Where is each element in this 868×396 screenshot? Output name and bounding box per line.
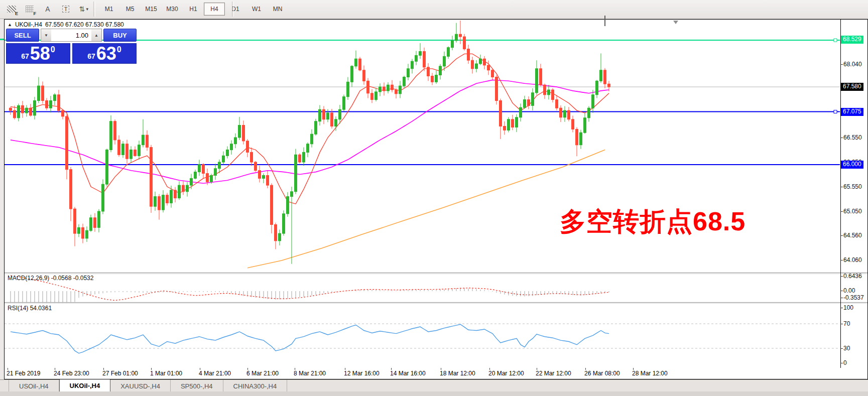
time-axis-label: 12 Mar 16:00: [344, 370, 380, 377]
time-axis-label: 6 Mar 21:00: [246, 370, 279, 377]
sell-button[interactable]: SELL: [6, 29, 39, 42]
status-strip: [0, 391, 868, 396]
volume-decrease-button[interactable]: ▼: [41, 29, 51, 41]
text-cursor: [604, 16, 605, 26]
price-axis-line: [840, 20, 841, 368]
price-tick-label: 66.550: [843, 134, 862, 141]
chart-title: ▲ UKOil-,H4 67.550 67.620 67.530 67.580: [8, 21, 124, 28]
time-axis-label: 22 Mar 12:00: [536, 370, 571, 377]
volume-stepper: ▼ 1.00 ▲: [41, 29, 102, 42]
one-click-trading-panel: SELL ▼ 1.00 ▲ BUY 67580 67630: [6, 29, 137, 64]
buy-price-pip: 0: [117, 45, 121, 54]
timeframe-button-m5[interactable]: M5: [119, 3, 141, 16]
timeframe-button-m1[interactable]: M1: [98, 3, 119, 16]
toolbar-icon-group: E F A T ⇅▾: [5, 2, 90, 16]
macd-axis-label: 0.6436: [843, 273, 862, 280]
sell-price-major: 67: [21, 52, 29, 60]
rsi-axis-label: 70: [843, 320, 850, 327]
time-axis-label: 24 Feb 23:00: [54, 370, 89, 377]
macd-indicator-label: MACD(12,26,9) -0.0568 -0.0532: [8, 275, 93, 282]
volume-increase-button[interactable]: ▲: [91, 29, 101, 41]
sell-price-digits: 58: [30, 45, 50, 62]
arrows-icon[interactable]: ⇅▾: [77, 3, 90, 16]
timeframe-button-row: M1M5M15M30H1H4D1W1MN: [98, 3, 288, 16]
trendline-left-handle: [0, 39, 4, 40]
time-axis-label: 26 Mar 08:00: [584, 370, 620, 377]
sell-price-display[interactable]: 67580: [6, 43, 70, 64]
price-line-label: 68.529: [841, 36, 863, 44]
price-tick-label: 65.050: [843, 208, 862, 215]
symbol-tab-bar: USOil-,H4UKOil-,H4XAUUSD-,H4SP500-,H4CHI…: [0, 379, 868, 392]
timeframe-button-mn[interactable]: MN: [267, 3, 288, 16]
axis-tick: [840, 64, 843, 65]
time-axis-label: 4 Mar 21:00: [199, 370, 231, 377]
timeframe-button-h4[interactable]: H4: [204, 3, 225, 16]
macd-axis-label: 0.00: [843, 287, 855, 294]
axis-tick: [840, 324, 843, 324]
timeframe-button-h1[interactable]: H1: [183, 3, 204, 16]
timeframe-button-d1[interactable]: D1: [225, 3, 246, 16]
axis-tick: [840, 291, 843, 291]
axis-tick: [840, 308, 843, 308]
grid-icon[interactable]: F: [23, 3, 36, 16]
tab-stub: [0, 380, 9, 392]
ohlc-values: 67.550 67.620 67.530 67.580: [45, 21, 124, 28]
time-axis-label: 8 Mar 21:00: [294, 370, 326, 377]
axis-tick: [840, 211, 843, 212]
timeframe-button-m15[interactable]: M15: [141, 3, 162, 16]
axis-tick: [840, 260, 843, 260]
collapse-arrow-icon[interactable]: ▲: [8, 22, 12, 27]
axis-tick: [840, 187, 843, 187]
macd-axis-label: -0.3537: [843, 294, 864, 301]
symbol-period-label: UKOil-,H4: [15, 21, 42, 28]
buy-price-major: 67: [87, 52, 95, 60]
price-line-label: 67.075: [841, 108, 863, 116]
price-tick-label: 64.060: [843, 256, 862, 263]
rsi-axis-label: 100: [843, 304, 853, 311]
symbol-tab-ukoilh4[interactable]: UKOil-,H4: [59, 379, 111, 392]
timeframe-button-m30[interactable]: M30: [162, 3, 183, 16]
price-tick-label: 65.550: [843, 183, 862, 190]
symbol-tab-usoilh4[interactable]: USOil-,H4: [9, 380, 59, 392]
axis-tick: [840, 235, 843, 236]
buy-button[interactable]: BUY: [103, 29, 137, 42]
buy-price-digits: 63: [96, 45, 116, 62]
axis-tick: [840, 138, 843, 138]
top-toolbar: E F A T ⇅▾ M1M5M15M30H1H4D1W1MN: [0, 0, 868, 19]
text-box-icon[interactable]: T: [59, 3, 72, 16]
chevron-down-icon[interactable]: ▾: [86, 7, 89, 12]
chart-window[interactable]: 68.04067.54066.55066.05065.55065.05064.5…: [4, 19, 868, 379]
symbol-tab-xauusdh4[interactable]: XAUUSD-,H4: [110, 380, 171, 392]
indicators-icon[interactable]: E: [5, 3, 18, 16]
sell-price-pip: 0: [51, 45, 55, 54]
chart-annotation-text[interactable]: 多空转折点68.5: [560, 204, 746, 239]
time-axis-label: 14 Mar 16:00: [390, 370, 426, 377]
time-axis-label: 21 Feb 2019: [7, 370, 40, 377]
rsi-pane[interactable]: [5, 304, 840, 368]
time-axis-label: 18 Mar 12:00: [440, 370, 475, 377]
price-line-label: 67.580: [841, 83, 863, 91]
buy-price-display[interactable]: 67630: [72, 43, 137, 64]
time-axis-label: 1 Mar 01:00: [150, 370, 182, 377]
label-a-icon[interactable]: A: [41, 3, 54, 16]
symbol-tab-china300h4[interactable]: CHINA300-,H4: [223, 380, 288, 392]
chart-shift-marker-icon[interactable]: [673, 21, 678, 24]
symbol-tab-sp500h4[interactable]: SP500-,H4: [171, 380, 223, 392]
axis-tick: [840, 276, 843, 277]
timeframe-button-w1[interactable]: W1: [246, 3, 267, 16]
price-tick-label: 64.560: [843, 232, 862, 239]
time-axis-label: 20 Mar 12:00: [488, 370, 524, 377]
price-line-label: 66.000: [841, 161, 863, 169]
time-axis-label: 27 Feb 01:00: [102, 370, 138, 377]
rsi-indicator-label: RSI(14) 54.0361: [8, 305, 52, 312]
rsi-axis-label: 30: [843, 345, 850, 352]
axis-tick: [840, 363, 843, 363]
rsi-axis-label: 0: [843, 359, 847, 366]
toolbar-separator: [93, 2, 95, 17]
macd-pane[interactable]: [5, 274, 840, 302]
time-axis-label: 28 Mar 12:00: [632, 370, 668, 377]
axis-tick: [840, 348, 843, 349]
axis-tick: [840, 298, 843, 298]
price-tick-label: 68.040: [843, 61, 862, 68]
volume-input[interactable]: 1.00: [51, 29, 91, 41]
